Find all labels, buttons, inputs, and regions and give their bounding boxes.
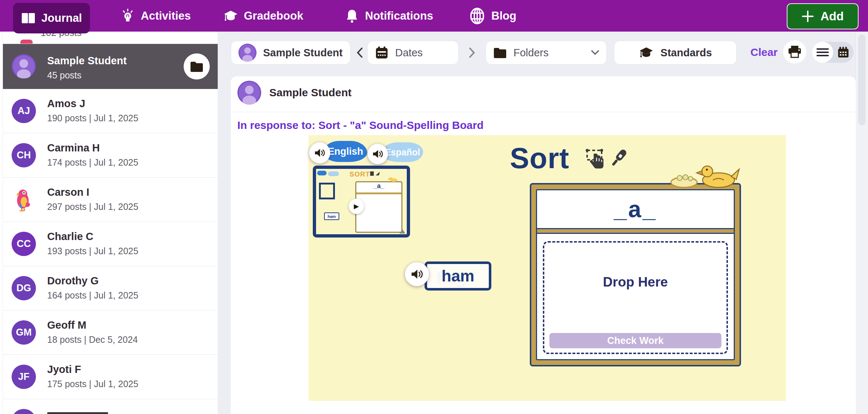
english-label: English bbox=[328, 146, 363, 157]
graduation-cap-icon bbox=[639, 46, 654, 59]
dates-filter-dropdown[interactable]: Dates bbox=[367, 41, 459, 65]
calendar-icon bbox=[375, 46, 389, 60]
lightbulb-icon bbox=[120, 9, 135, 23]
student-meta: 18 posts | Dec 5, 2024 bbox=[47, 334, 138, 345]
espanol-audio-button[interactable] bbox=[368, 144, 388, 164]
nav-tab-label: Journal bbox=[41, 12, 82, 25]
instruction-video-preview[interactable]: SORT _a_ ▶ ham bbox=[313, 166, 410, 238]
post-author: Sample Student bbox=[269, 86, 352, 99]
mini-espanol-cloud bbox=[328, 171, 339, 176]
student-row-selected[interactable]: Sample Student 45 posts bbox=[3, 44, 218, 89]
sorting-board: _a_ Drop Here Check Work bbox=[530, 183, 741, 366]
student-name: Jyoti F bbox=[47, 364, 81, 376]
student-row[interactable]: AJ Amos J 190 posts | Jul 1, 2025 bbox=[3, 89, 218, 133]
print-button[interactable] bbox=[783, 40, 806, 64]
nav-tab-blog[interactable]: Blog bbox=[469, 0, 516, 32]
microphone-icon bbox=[608, 147, 630, 169]
student-row[interactable]: CH Carmina H 174 posts | Jul 1, 2025 bbox=[3, 133, 218, 178]
nav-tab-journal[interactable]: Journal bbox=[13, 3, 90, 33]
main-area: Sample Student Dates bbox=[218, 32, 868, 414]
graduation-cap-icon bbox=[224, 9, 238, 23]
avatar bbox=[238, 44, 257, 62]
folder-button[interactable] bbox=[184, 53, 210, 80]
check-work-button[interactable]: Check Work bbox=[549, 333, 721, 348]
calendar-icon bbox=[837, 46, 850, 58]
mini-english-cloud bbox=[317, 171, 327, 175]
sidebar-scrollbar[interactable] bbox=[0, 32, 3, 414]
standards-filter-button[interactable]: Standards bbox=[614, 41, 737, 65]
avatar: CC bbox=[12, 232, 36, 256]
main-scrollbar[interactable] bbox=[855, 32, 868, 414]
board-category-label: _a_ bbox=[537, 190, 734, 228]
nav-tab-gradebook[interactable]: Gradebook bbox=[224, 0, 303, 32]
word-card-ham[interactable]: ham bbox=[425, 261, 491, 291]
espanol-language-button[interactable]: Español bbox=[382, 142, 423, 162]
avatar: AJ bbox=[12, 99, 36, 123]
mini-sort-label: SORT bbox=[349, 170, 370, 178]
add-button[interactable]: Add bbox=[787, 3, 859, 29]
student-name: Dorothy G bbox=[47, 275, 99, 287]
student-meta: 297 posts | Jul 1, 2025 bbox=[47, 202, 138, 212]
student-meta: 174 posts | Jul 1, 2025 bbox=[47, 157, 138, 168]
avatar bbox=[12, 54, 36, 80]
add-button-label: Add bbox=[820, 9, 844, 23]
prev-student-button[interactable] bbox=[355, 45, 364, 60]
word-audio-button[interactable] bbox=[405, 262, 429, 286]
chevron-right-icon bbox=[469, 48, 475, 58]
book-icon bbox=[21, 11, 36, 25]
student-name: Charlie C bbox=[47, 231, 93, 243]
avatar bbox=[237, 81, 261, 106]
avatar: JF bbox=[12, 365, 36, 389]
activity-response-link[interactable]: In response to: Sort - "a" Sound-Spellin… bbox=[237, 119, 483, 131]
chevron-left-icon bbox=[357, 48, 363, 58]
parrot-avatar bbox=[12, 187, 36, 212]
journal-post-card: Sample Student In response to: Sort - "a… bbox=[231, 76, 856, 414]
student-name bbox=[47, 412, 108, 414]
student-meta: 193 posts | Jul 1, 2025 bbox=[47, 246, 138, 256]
student-row[interactable]: DG Dorothy G 164 posts | Jul 1, 2025 bbox=[3, 266, 218, 310]
clear-filters-link[interactable]: Clear bbox=[750, 46, 778, 58]
bell-icon bbox=[345, 9, 359, 23]
mini-figure bbox=[400, 229, 405, 234]
english-language-button[interactable]: English bbox=[324, 141, 367, 162]
student-row-partial-bottom[interactable] bbox=[3, 399, 218, 414]
student-row[interactable]: GM Geoff M 18 posts | Dec 5, 2024 bbox=[3, 310, 218, 355]
activity-embed: English Español SORT bbox=[308, 135, 786, 401]
student-filter-dropdown[interactable]: Sample Student bbox=[231, 41, 351, 65]
divider bbox=[231, 112, 856, 112]
mini-category-box bbox=[319, 183, 335, 199]
student-meta: 164 posts | Jul 1, 2025 bbox=[47, 290, 138, 301]
nav-tab-label: Gradebook bbox=[244, 9, 303, 23]
nav-tab-activities[interactable]: Activities bbox=[120, 0, 191, 32]
student-name: Amos J bbox=[47, 98, 85, 110]
calendar-view-button[interactable] bbox=[836, 46, 851, 59]
board-divider bbox=[537, 228, 734, 234]
top-nav: Journal Activities Gradebook bbox=[0, 0, 868, 32]
avatar bbox=[20, 40, 33, 44]
play-button[interactable]: ▶ bbox=[349, 199, 364, 214]
speaker-icon bbox=[411, 269, 423, 280]
mini-duck bbox=[387, 177, 398, 182]
student-name: Carmina H bbox=[47, 142, 100, 154]
list-view-button[interactable] bbox=[812, 42, 833, 63]
drop-zone[interactable]: Drop Here Check Work bbox=[543, 241, 728, 354]
mini-hand-pencil-icons bbox=[370, 171, 381, 176]
drop-here-label: Drop Here bbox=[544, 275, 726, 290]
student-row[interactable]: JF Jyoti F 175 posts | Jul 1, 2025 bbox=[3, 355, 218, 399]
printer-icon bbox=[788, 45, 802, 58]
student-name: Sample Student bbox=[47, 55, 127, 67]
folders-filter-dropdown[interactable]: Folders bbox=[486, 41, 607, 65]
student-name: Geoff M bbox=[47, 319, 86, 331]
plus-icon bbox=[802, 10, 814, 23]
student-row[interactable]: Carson I 297 posts | Jul 1, 2025 bbox=[3, 178, 218, 222]
english-audio-button[interactable] bbox=[309, 142, 330, 163]
chevron-down-icon bbox=[591, 50, 599, 55]
folder-icon bbox=[190, 61, 204, 72]
student-row-partial-top[interactable]: 102 posts bbox=[3, 32, 218, 44]
nav-tab-notifications[interactable]: Notifications bbox=[345, 0, 433, 32]
folder-icon bbox=[493, 47, 507, 58]
avatar: CH bbox=[12, 143, 36, 167]
student-row[interactable]: CC Charlie C 193 posts | Jul 1, 2025 bbox=[3, 222, 218, 266]
app-window: Journal Activities Gradebook bbox=[0, 0, 868, 414]
next-student-button[interactable] bbox=[467, 45, 477, 60]
